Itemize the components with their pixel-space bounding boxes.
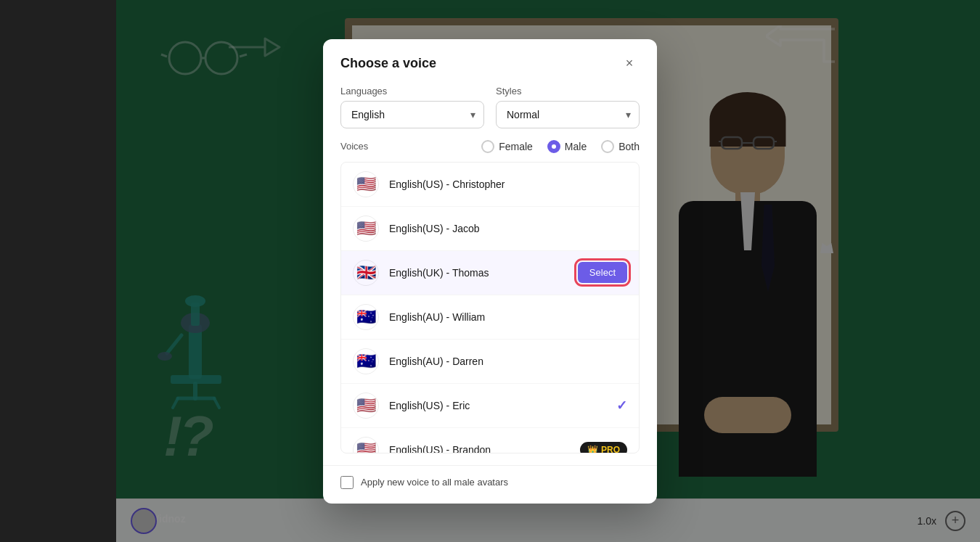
thomas-select-button[interactable]: Select (578, 262, 627, 283)
voice-name-darren: English(AU) - Darren (389, 356, 627, 367)
languages-label: Languages (340, 86, 484, 97)
radio-male-label: Male (565, 141, 587, 152)
apply-voice-checkbox[interactable] (340, 476, 354, 489)
voice-item-william[interactable]: 🇦🇺 English(AU) - William (341, 295, 639, 340)
language-select-wrapper: English Spanish French (340, 101, 484, 128)
radio-both-label: Both (618, 141, 640, 152)
modal-footer: Apply new voice to all male avatars (323, 465, 657, 504)
eric-checkmark-icon: ✓ (616, 398, 627, 413)
flag-uk-thomas: 🇬🇧 (353, 260, 379, 286)
language-select[interactable]: English Spanish French (340, 101, 484, 128)
voice-name-william: English(AU) - William (389, 311, 627, 323)
pro-badge: 👑 PRO (580, 442, 627, 453)
apply-voice-label: Apply new voice to all male avatars (361, 477, 508, 488)
modal-body: Languages English Spanish French Styles … (323, 86, 657, 465)
style-filter-group: Styles Normal Cheerful Calm (496, 86, 640, 128)
voice-item-eric[interactable]: 🇺🇸 English(US) - Eric ✓ (341, 384, 639, 428)
voice-name-brandon: English(US) - Brandon (389, 444, 580, 453)
radio-female-label: Female (499, 141, 533, 152)
radio-female-circle (481, 140, 494, 153)
radio-both-circle (601, 140, 614, 153)
radio-male-circle (547, 140, 560, 153)
thomas-action: Select (578, 262, 627, 283)
choose-voice-modal: Choose a voice × Languages English Spani… (323, 39, 657, 504)
radio-male[interactable]: Male (547, 140, 587, 153)
styles-label: Styles (496, 86, 640, 97)
flag-au-william: 🇦🇺 (353, 304, 379, 330)
filters-row: Languages English Spanish French Styles … (340, 86, 640, 128)
radio-both[interactable]: Both (601, 140, 640, 153)
voice-name-thomas: English(UK) - Thomas (389, 267, 578, 279)
eric-action: ✓ (616, 398, 627, 414)
modal-overlay: Choose a voice × Languages English Spani… (0, 0, 980, 542)
radio-female[interactable]: Female (481, 140, 533, 153)
voices-gender-row: Voices Female Male Both (340, 140, 640, 153)
flag-us-brandon: 🇺🇸 (353, 437, 379, 453)
pro-badge-icon: 👑 (587, 445, 598, 453)
style-select-wrapper: Normal Cheerful Calm (496, 101, 640, 128)
flag-us-christopher: 🇺🇸 (353, 171, 379, 197)
brandon-action: 👑 PRO (580, 442, 627, 453)
voice-list: 🇺🇸 English(US) - Christopher 🇺🇸 English(… (340, 162, 640, 453)
voice-item-brandon[interactable]: 🇺🇸 English(US) - Brandon 👑 PRO (341, 428, 639, 453)
modal-title: Choose a voice (340, 56, 436, 71)
gender-radio-group: Female Male Both (481, 140, 640, 153)
style-select[interactable]: Normal Cheerful Calm (496, 101, 640, 128)
modal-header: Choose a voice × (323, 39, 657, 86)
flag-us-jacob: 🇺🇸 (353, 215, 379, 242)
voice-name-jacob: English(US) - Jacob (389, 223, 627, 234)
voice-name-christopher: English(US) - Christopher (389, 178, 627, 190)
language-filter-group: Languages English Spanish French (340, 86, 484, 128)
voice-item-jacob[interactable]: 🇺🇸 English(US) - Jacob (341, 207, 639, 251)
pro-badge-label: PRO (601, 445, 620, 453)
voice-name-eric: English(US) - Eric (389, 400, 616, 411)
voice-item-thomas[interactable]: 🇬🇧 English(UK) - Thomas Select (341, 251, 639, 295)
flag-au-darren: 🇦🇺 (353, 348, 379, 374)
voice-item-christopher[interactable]: 🇺🇸 English(US) - Christopher (341, 163, 639, 207)
voice-item-darren[interactable]: 🇦🇺 English(AU) - Darren (341, 340, 639, 384)
voices-label: Voices (340, 141, 368, 152)
modal-close-button[interactable]: × (619, 54, 640, 74)
flag-us-eric: 🇺🇸 (353, 393, 379, 419)
